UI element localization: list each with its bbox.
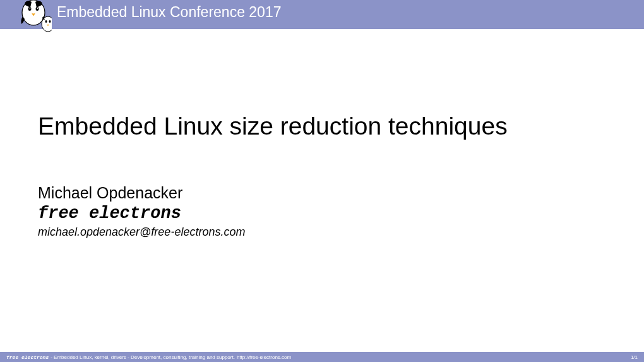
svg-point-4 (37, 8, 39, 9)
svg-point-2 (36, 7, 39, 11)
svg-point-3 (30, 8, 31, 9)
footer-company: free electrons (6, 354, 49, 360)
svg-point-7 (49, 20, 51, 23)
author-email: michael.opdenacker@free-electrons.com (38, 226, 606, 239)
header-bar: Embedded Linux Conference 2017 (0, 0, 644, 29)
footer-left: free electrons - Embedded Linux, kernel,… (6, 354, 291, 360)
conference-title: Embedded Linux Conference 2017 (57, 4, 281, 21)
author-name: Michael Opdenacker (38, 183, 606, 203)
footer-bar: free electrons - Embedded Linux, kernel,… (0, 352, 644, 362)
footer-tagline: - Embedded Linux, kernel, drivers - Deve… (51, 354, 235, 360)
page-number: 1/1 (631, 354, 638, 360)
svg-point-1 (28, 7, 32, 11)
company-name: free electrons (38, 204, 606, 223)
svg-point-6 (45, 20, 47, 23)
slide-title: Embedded Linux size reduction techniques (38, 111, 606, 142)
slide-content: Embedded Linux size reduction techniques… (0, 29, 644, 239)
penguin-logo-icon (13, 0, 52, 33)
footer-url: http://free-electrons.com (237, 354, 291, 360)
